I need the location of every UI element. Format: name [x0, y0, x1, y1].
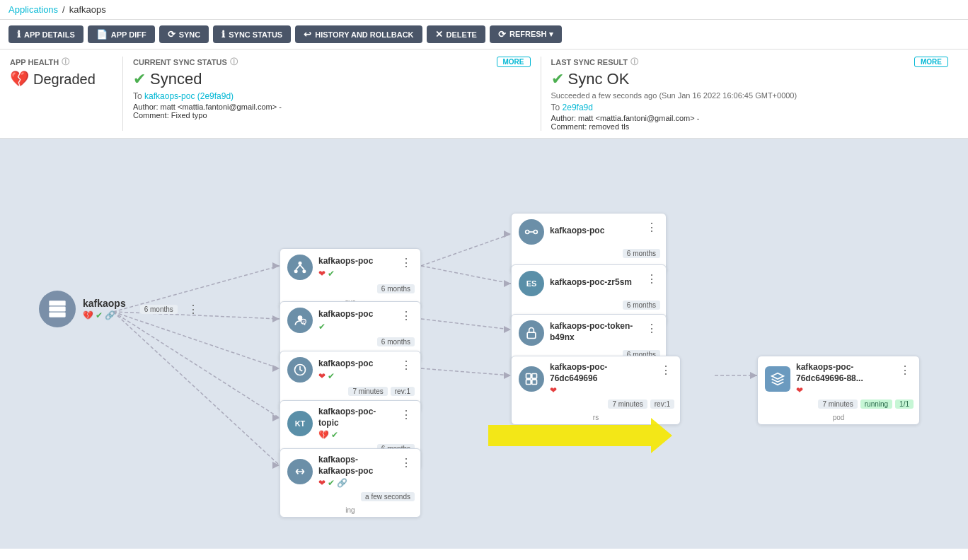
svg-rect-37: [532, 373, 537, 378]
svg-marker-15: [504, 231, 511, 238]
delete-button[interactable]: ✕ DELETE: [427, 25, 485, 43]
kafkatopic-name: kafkaops-poc-topic: [318, 407, 393, 428]
sa-info: kafkaops-poc ✔: [318, 309, 393, 332]
deploy-icon: [287, 357, 313, 383]
ing-node[interactable]: kafkaops-kafkaops-poc ❤ ✔ 🔗 ⋮ a few seco…: [280, 448, 421, 518]
kafkatopic-info: kafkaops-poc-topic 💔 ✔: [318, 407, 393, 440]
secret-menu[interactable]: ⋮: [645, 320, 659, 337]
last-sync-more-button[interactable]: MORE: [914, 57, 948, 67]
svc-badges: ❤ ✔: [318, 269, 393, 279]
ing-footer: a few seconds: [280, 491, 420, 506]
pod-footer: 7 minutes running 1/1: [758, 398, 919, 413]
svg-rect-20: [49, 301, 65, 305]
sync-status-button[interactable]: ℹ SYNC STATUS: [213, 25, 291, 43]
svg-marker-18: [504, 372, 511, 379]
app-diff-button[interactable]: 📄 APP DIFF: [88, 25, 155, 43]
ep-menu[interactable]: ⋮: [645, 219, 659, 235]
main-node-name: kafkaops: [83, 298, 126, 309]
ep-icon: [519, 219, 544, 245]
ing-check: ✔: [328, 478, 335, 488]
graph-canvas: kafkaops 💔 ✔ 🔗 6 months ⋮ kafkaops-poc ❤…: [0, 139, 968, 549]
svg-marker-12: [272, 365, 280, 372]
main-node-link-badge: 🔗: [105, 310, 115, 320]
sync-icon: ⟳: [168, 29, 175, 40]
delete-icon: ✕: [435, 29, 443, 40]
ing-link: 🔗: [337, 478, 347, 488]
sync-button[interactable]: ⟳ SYNC: [159, 25, 209, 43]
kafkatopic-menu[interactable]: ⋮: [399, 407, 413, 423]
ep-name: kafkaops-poc: [550, 226, 639, 237]
pod-type-label: pod: [758, 414, 919, 424]
rs-node[interactable]: kafkaops-poc-76dc649696 ❤ ⋮ 7 minutes re…: [511, 356, 681, 425]
deploy-heart: ❤: [318, 371, 325, 381]
svg-point-32: [526, 231, 529, 234]
deploy-footer: 7 minutes rev:1: [280, 385, 420, 400]
sa-menu[interactable]: ⋮: [399, 308, 413, 324]
sa-icon: ✔: [287, 308, 313, 333]
sync-check-icon: ✔: [133, 70, 146, 88]
ing-menu[interactable]: ⋮: [399, 455, 413, 471]
current-sync-link[interactable]: kafkaops-poc (2e9fa9d): [144, 91, 234, 101]
svg-line-8: [421, 368, 511, 375]
rs-tag: 7 minutes: [608, 399, 647, 409]
rs-info: kafkaops-poc-76dc649696 ❤: [550, 362, 653, 395]
last-sync-info-icon: ⓘ: [630, 57, 638, 67]
current-sync-more-button[interactable]: MORE: [497, 57, 531, 67]
rs-name: kafkaops-poc-76dc649696: [550, 362, 653, 384]
pod-badges: ❤: [796, 385, 892, 395]
history-rollback-button[interactable]: ↩ HISTORY AND ROLLBACK: [295, 25, 422, 43]
main-node-tag: 6 months: [140, 305, 178, 314]
svg-line-7: [421, 319, 511, 329]
app-details-button[interactable]: ℹ APP DETAILS: [8, 25, 83, 43]
secret-name: kafkaops-poc-token-b49nx: [550, 321, 639, 343]
svg-line-27: [300, 265, 304, 270]
breadcrumb: Applications / kafkaops: [0, 0, 968, 20]
app-health-section: APP HEALTH ⓘ 💔 Degraded: [10, 57, 123, 131]
secret-info: kafkaops-poc-token-b49nx: [550, 321, 639, 344]
pod-tag: 7 minutes: [818, 399, 857, 409]
refresh-button[interactable]: ⟳ REFRESH ▾: [490, 25, 562, 43]
rs-badges: ❤: [550, 385, 653, 395]
main-node-menu[interactable]: ⋮: [188, 303, 199, 316]
svc-menu[interactable]: ⋮: [399, 255, 413, 271]
svg-marker-10: [272, 262, 280, 269]
es-icon: ES: [519, 271, 544, 296]
main-app-node[interactable]: kafkaops 💔 ✔ 🔗 6 months ⋮: [39, 291, 199, 327]
rs-menu[interactable]: ⋮: [659, 362, 673, 378]
svg-marker-13: [272, 414, 280, 421]
es-menu[interactable]: ⋮: [645, 271, 659, 287]
sa-footer: 6 months: [280, 336, 420, 351]
svg-rect-35: [527, 332, 536, 338]
pod-icon: [765, 366, 790, 392]
last-sync-link[interactable]: 2e9fa9d: [563, 103, 593, 112]
rs-icon: [519, 366, 544, 392]
svg-marker-19: [750, 372, 757, 379]
deploy-tag: 7 minutes: [348, 387, 387, 396]
ing-info: kafkaops-kafkaops-poc ❤ ✔ 🔗: [318, 455, 393, 488]
last-sync-section: LAST SYNC RESULT ⓘ MORE ✔ Sync OK Succee…: [541, 57, 959, 131]
svg-rect-36: [526, 373, 531, 378]
pod-node[interactable]: kafkaops-poc-76dc649696-88... ❤ ⋮ 7 minu…: [757, 356, 920, 425]
diff-icon: 📄: [96, 29, 108, 40]
sa-badges: ✔: [318, 322, 393, 332]
svc-node[interactable]: kafkaops-poc ❤ ✔ ⋮ 6 months svc: [280, 248, 421, 310]
ing-type-label: ing: [280, 506, 420, 517]
svc-name: kafkaops-poc: [318, 256, 393, 267]
breadcrumb-separator: /: [62, 4, 65, 15]
kafkatopic-heart: 💔: [318, 430, 329, 440]
svg-line-3: [113, 312, 280, 418]
last-sync-label: LAST SYNC RESULT ⓘ: [551, 57, 639, 67]
endpointslice-name: kafkaops-poc-zr5sm: [550, 277, 639, 288]
degraded-icon: 💔: [10, 70, 29, 88]
last-sync-value: ✔ Sync OK: [551, 70, 949, 88]
deploy-menu[interactable]: ⋮: [399, 357, 413, 373]
breadcrumb-applications-link[interactable]: Applications: [8, 4, 58, 15]
es-footer: 6 months: [512, 299, 666, 314]
rs-heart: ❤: [550, 385, 557, 395]
svg-line-6: [421, 266, 511, 284]
pod-heart: ❤: [796, 385, 803, 395]
toolbar: ℹ APP DETAILS 📄 APP DIFF ⟳ SYNC ℹ SYNC S…: [0, 20, 968, 49]
svg-rect-21: [49, 307, 65, 312]
svc-heart: ❤: [318, 269, 325, 279]
pod-menu[interactable]: ⋮: [898, 362, 912, 378]
